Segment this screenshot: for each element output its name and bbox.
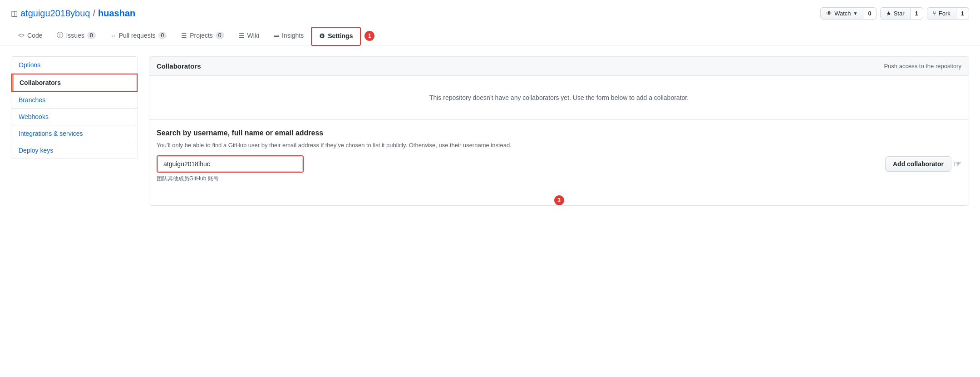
repo-header: ◫ atguigu2018ybuq / huashan 👁 Watch ▼ 0 … — [0, 0, 980, 20]
pr-icon: ↔ — [110, 32, 116, 39]
fork-label: Fork — [939, 10, 950, 17]
repo-nav: <> Code ⓘ Issues 0 ↔ Pull requests 0 ☰ P… — [0, 27, 980, 45]
repo-separator: / — [93, 8, 95, 19]
sidebar-item-integrations[interactable]: Integrations & services — [11, 125, 138, 142]
code-icon: <> — [18, 32, 25, 39]
annotation-3-container: 3 — [149, 195, 969, 205]
search-title: Search by username, full name or email a… — [157, 129, 961, 137]
tab-wiki[interactable]: ☰ Wiki — [231, 27, 266, 45]
tab-pr-label: Pull requests — [119, 32, 156, 39]
star-count: 1 — [911, 7, 923, 20]
header-actions: 👁 Watch ▼ 0 ★ Star 1 ⑂ Fork 1 — [820, 7, 969, 20]
watch-btn-group: 👁 Watch ▼ 0 — [820, 7, 877, 20]
fork-count: 1 — [956, 7, 969, 20]
watch-label: Watch — [834, 10, 851, 17]
panel-header: Collaborators Push access to the reposit… — [149, 57, 969, 76]
fork-icon: ⑂ — [933, 10, 936, 17]
settings-tab-box: ⚙ Settings — [311, 27, 361, 46]
empty-message: This repository doesn’t have any collabo… — [429, 94, 689, 101]
fork-btn-group: ⑂ Fork 1 — [927, 7, 969, 20]
star-icon: ★ — [886, 10, 891, 17]
tab-settings-label: Settings — [328, 32, 353, 40]
collaborator-search-input[interactable] — [158, 156, 303, 172]
panel-title: Collaborators — [157, 62, 201, 70]
collaborators-box: Collaborators — [11, 74, 138, 92]
search-desc: You’ll only be able to find a GitHub use… — [157, 141, 961, 150]
tab-issues[interactable]: ⓘ Issues 0 — [49, 27, 103, 45]
tab-wiki-label: Wiki — [247, 32, 259, 39]
eye-icon: 👁 — [826, 10, 832, 17]
pr-badge: 0 — [158, 32, 167, 39]
issues-badge: 0 — [87, 32, 96, 39]
collaborators-wrapper: Collaborators 2 — [11, 74, 138, 92]
issues-icon: ⓘ — [57, 31, 63, 40]
sidebar-item-collaborators[interactable]: Collaborators — [12, 74, 137, 91]
tab-insights-label: Insights — [282, 32, 304, 39]
tab-settings[interactable]: ⚙ Settings — [312, 28, 360, 45]
search-input-box — [157, 155, 304, 173]
star-button[interactable]: ★ Star — [880, 7, 911, 20]
repo-name-link[interactable]: huashan — [98, 8, 135, 19]
repo-icon: ◫ — [11, 9, 18, 18]
search-section: Search by username, full name or email a… — [149, 120, 969, 182]
annotation-1: 1 — [364, 31, 374, 41]
star-btn-group: ★ Star 1 — [880, 7, 923, 20]
main-content: Options Collaborators 2 Branches Webhook… — [0, 45, 980, 217]
sidebar: Options Collaborators 2 Branches Webhook… — [11, 56, 138, 159]
watch-button[interactable]: 👁 Watch ▼ — [820, 7, 863, 20]
chevron-down-icon: ▼ — [853, 11, 858, 16]
sidebar-item-webhooks[interactable]: Webhooks — [11, 109, 138, 125]
watch-count: 0 — [863, 7, 876, 20]
sidebar-item-deploy-keys[interactable]: Deploy keys — [11, 142, 138, 159]
main-panel: Collaborators Push access to the reposit… — [149, 56, 969, 206]
projects-badge: 0 — [216, 32, 224, 39]
cursor-pointer-icon: ☞ — [953, 159, 961, 169]
tab-projects[interactable]: ☰ Projects 0 — [174, 27, 231, 45]
search-row: 团队其他成员GitHub 账号 Add collaborator ☞ — [157, 155, 961, 173]
tab-projects-label: Projects — [190, 32, 213, 39]
fork-button[interactable]: ⑂ Fork — [927, 7, 956, 20]
panel-desc: Push access to the repository — [884, 63, 961, 69]
repo-owner-link[interactable]: atguigu2018ybuq — [20, 8, 90, 19]
search-hint: 团队其他成员GitHub 账号 — [157, 175, 219, 183]
panel-empty-state: This repository doesn’t have any collabo… — [149, 76, 969, 120]
tab-code-label: Code — [27, 32, 42, 39]
sidebar-item-options[interactable]: Options — [11, 57, 138, 74]
annotation-3: 3 — [554, 195, 564, 205]
repo-title: ◫ atguigu2018ybuq / huashan — [11, 8, 135, 19]
projects-icon: ☰ — [181, 32, 187, 39]
settings-icon: ⚙ — [319, 32, 325, 40]
tab-issues-label: Issues — [66, 32, 84, 39]
star-label: Star — [894, 10, 905, 17]
tab-insights[interactable]: ▬ Insights — [266, 27, 311, 45]
add-collaborator-button[interactable]: Add collaborator — [885, 156, 951, 172]
sidebar-item-branches[interactable]: Branches — [11, 92, 138, 109]
insights-icon: ▬ — [274, 32, 279, 39]
wiki-icon: ☰ — [239, 32, 245, 39]
tab-code[interactable]: <> Code — [11, 27, 49, 45]
tab-pull-requests[interactable]: ↔ Pull requests 0 — [103, 27, 174, 45]
